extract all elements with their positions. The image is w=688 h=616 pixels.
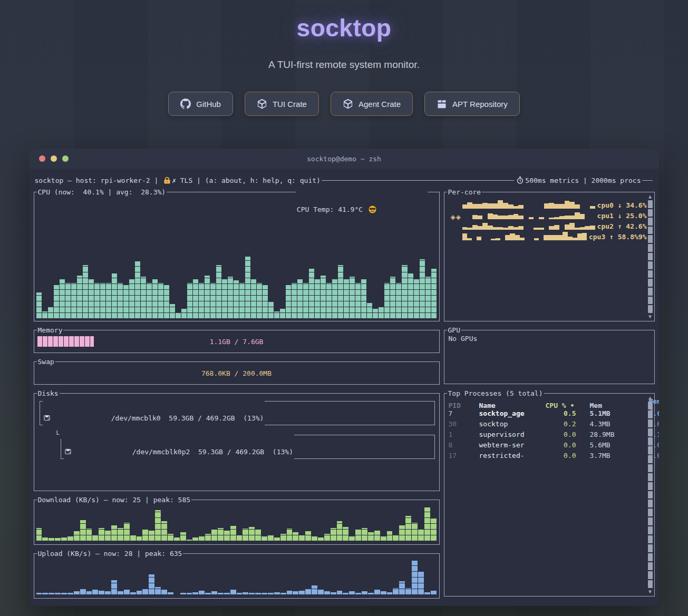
scrollbar-thumb-block[interactable] (648, 209, 653, 217)
bar (111, 525, 117, 541)
tui-crate-button[interactable]: TUI Crate (245, 92, 319, 116)
scrollbar-thumb-block[interactable] (648, 270, 653, 278)
scrollbar-thumb-block[interactable] (648, 218, 653, 226)
bar (49, 593, 54, 594)
scrollbar-thumb-block[interactable] (648, 500, 653, 507)
bar (54, 285, 59, 318)
terminal-title: socktop@demo ~ zsh (30, 155, 659, 163)
bar (513, 206, 519, 209)
scroll-down-icon[interactable]: ▼ (648, 314, 652, 320)
scrollbar-thumb-block[interactable] (648, 526, 653, 534)
scrollbar-thumb-block[interactable] (648, 446, 653, 454)
apt-repository-button[interactable]: APT Repository (424, 92, 520, 116)
scrollbar-thumb-block[interactable] (648, 200, 653, 208)
scrollbar-thumb-block[interactable] (648, 288, 653, 296)
bar (239, 283, 245, 319)
bar (211, 530, 217, 541)
bar (350, 277, 355, 318)
cpu-temp-label: CPU Temp: 41.9°C (296, 188, 428, 231)
process-row-socktop_age[interactable]: 7socktop_age0.55.1MB0.07% (444, 408, 654, 418)
scroll-up-icon[interactable]: ▲ (648, 193, 652, 200)
bar (274, 311, 279, 319)
scrollbar-thumb-block[interactable] (648, 509, 653, 516)
agent-crate-button[interactable]: Agent Crate (331, 92, 413, 116)
apt-repository-button-label: APT Repository (452, 100, 508, 109)
scrollbar-thumb-block[interactable] (648, 535, 653, 543)
bar (255, 593, 261, 594)
bar (261, 536, 267, 541)
processes-rows: 7socktop_age0.55.1MB0.07%30socktop0.24.3… (444, 408, 654, 461)
scrollbar-thumb-block[interactable] (648, 428, 653, 436)
pid-cell: 1 (449, 431, 479, 438)
bar (393, 588, 399, 594)
upload-panel: Upload (KB/s) — now: 28 | peak: 635 (34, 553, 440, 599)
scrollbar-thumb-block[interactable] (648, 297, 653, 305)
scrollbar-thumb-block[interactable] (648, 253, 653, 261)
bar (373, 309, 378, 318)
processes-scrollbar[interactable]: ▲▼ (647, 395, 653, 595)
scrollbar-thumb-block[interactable] (648, 571, 653, 579)
disk-mmcblk0-text: /dev/mmcblk0 59.3GB / 469.2GB (13%) (111, 414, 264, 423)
bar (60, 279, 65, 318)
bar (161, 521, 167, 541)
bar (575, 204, 580, 209)
bar (590, 226, 595, 230)
process-row-supervisord[interactable]: 1supervisord0.028.9MB0.37% (444, 429, 654, 439)
percore-scrollbar[interactable]: ▲▼ (647, 193, 653, 320)
scrollbar-thumb-block[interactable] (648, 235, 653, 243)
bar (55, 593, 61, 594)
process-row-webterm-ser[interactable]: 8webterm-ser0.05.6MB0.07% (444, 439, 654, 450)
bar (210, 283, 216, 319)
scrollbar-thumb-block[interactable] (648, 580, 653, 588)
percore-panel: Per-core ◈◈ cpu0 ↓ 34.6%cpu1 ↓ 25.0%cpu2… (444, 192, 655, 321)
process-row-socktop[interactable]: 30socktop0.24.3MB0.05% (444, 418, 654, 429)
bar (176, 312, 181, 318)
statusline-host-text: socktop — host: rpi-worker-2 | (35, 177, 163, 184)
statusline-intervals-text: 500ms metrics | 2000ms procs (525, 177, 641, 184)
scrollbar-thumb-block[interactable] (648, 544, 653, 552)
scrollbar-thumb-block[interactable] (648, 419, 653, 427)
github-button[interactable]: GitHub (168, 92, 233, 116)
scrollbar-thumb-block[interactable] (648, 437, 653, 445)
bar (83, 265, 88, 318)
bar (355, 530, 361, 541)
scrollbar-thumb-block[interactable] (648, 410, 653, 418)
scrollbar-thumb-block[interactable] (648, 517, 653, 525)
bar (558, 235, 563, 240)
column-header-mem[interactable]: Mem (590, 402, 649, 409)
scrollbar-thumb-block[interactable] (648, 261, 653, 269)
bar (86, 529, 92, 541)
scrollbar-thumb-block[interactable] (648, 244, 653, 252)
column-header-pid[interactable]: PID (449, 402, 479, 409)
bar (170, 304, 175, 318)
bar (99, 591, 104, 594)
scrollbar-thumb-block[interactable] (648, 562, 653, 570)
column-header-name[interactable]: Name (479, 402, 546, 409)
scrollbar-thumb-block[interactable] (648, 402, 653, 409)
cpu-cell: 0.0 (546, 431, 590, 438)
scrollbar-thumb-block[interactable] (648, 305, 653, 313)
bar (418, 530, 424, 541)
bar (292, 283, 297, 319)
percore-row-cpu0: cpu0 ↓ 34.6% (448, 199, 647, 209)
mem-cell: 5.1MB (590, 409, 649, 417)
scrollbar-thumb-block[interactable] (648, 455, 653, 463)
stopwatch-icon (517, 177, 524, 184)
scrollbar-thumb-block[interactable] (648, 553, 653, 561)
process-row-restricted-[interactable]: 17restricted-0.03.7MB0.05% (444, 450, 654, 461)
scrollbar-thumb-block[interactable] (648, 279, 653, 287)
scroll-up-icon[interactable]: ▲ (648, 395, 652, 401)
scrollbar-thumb-block[interactable] (648, 464, 653, 472)
bar (569, 223, 575, 230)
bar (337, 521, 343, 541)
bar (249, 593, 255, 594)
column-header-cpu[interactable]: CPU % • (546, 402, 590, 409)
scrollbar-thumb-block[interactable] (648, 473, 653, 481)
bar (61, 593, 67, 594)
scrollbar-thumb-block[interactable] (648, 482, 653, 490)
scroll-down-icon[interactable]: ▼ (648, 589, 652, 595)
scrollbar-thumb-block[interactable] (648, 227, 653, 234)
scrollbar-thumb-block[interactable] (648, 491, 653, 499)
bar (187, 283, 192, 319)
name-cell: socktop_age (479, 409, 546, 417)
